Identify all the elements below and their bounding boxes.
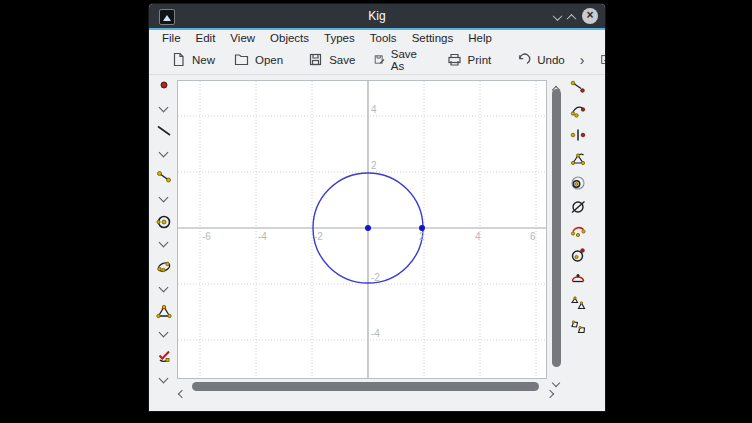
kig-window: Kig × File Edit View Objects Types Tools… (149, 4, 605, 411)
horizontal-scrollbar[interactable] (179, 381, 557, 392)
conic-test-icon (569, 270, 587, 288)
circle-test-icon (569, 246, 587, 264)
menu-types[interactable]: Types (324, 32, 355, 44)
vertical-scrollbar[interactable] (549, 79, 564, 380)
test-icon (155, 348, 173, 366)
grid-lines (178, 81, 546, 378)
menu-help[interactable]: Help (468, 32, 492, 44)
new-document-icon (170, 51, 187, 68)
line-tool-dropdown[interactable] (149, 143, 178, 166)
open-button[interactable]: Open (224, 48, 292, 72)
chevron-down-icon (159, 283, 169, 293)
circle-tool[interactable] (149, 210, 178, 233)
toolbar-overflow-chevron[interactable]: › (574, 52, 591, 68)
undo-arrow-icon (515, 51, 532, 68)
translate-tool[interactable] (565, 75, 591, 99)
minimize-button[interactable] (554, 7, 561, 25)
coordinate-axes (178, 81, 546, 378)
save-button[interactable]: Save (298, 48, 364, 72)
print-button[interactable]: Print (437, 48, 501, 72)
line-tool[interactable] (149, 120, 178, 143)
close-icon: × (586, 8, 593, 22)
printer-icon (446, 51, 463, 68)
point-tool[interactable] (149, 75, 178, 98)
similarity-icon (569, 294, 587, 312)
point-icon (155, 77, 173, 95)
conic-icon (155, 258, 173, 276)
menu-edit[interactable]: Edit (196, 32, 216, 44)
vertical-scrollbar-thumb[interactable] (552, 89, 561, 367)
menu-objects[interactable]: Objects (270, 32, 309, 44)
window-title: Kig (149, 9, 605, 23)
scroll-left-button[interactable] (179, 383, 187, 391)
chevron-down-icon (159, 238, 169, 248)
conic-tool[interactable] (149, 256, 178, 279)
chevron-down-icon (159, 193, 169, 203)
chevron-down-icon (159, 328, 169, 338)
save-as-button[interactable]: Save As (364, 48, 430, 72)
point-tool-dropdown[interactable] (149, 98, 178, 121)
test-tool[interactable] (149, 346, 178, 369)
segment-tool[interactable] (149, 165, 178, 188)
arc-icon (569, 222, 587, 240)
arc-tool[interactable] (565, 219, 591, 243)
titlebar[interactable]: Kig × (149, 4, 605, 28)
rotate-tool[interactable] (565, 99, 591, 123)
inversion-tool[interactable] (565, 171, 591, 195)
horizontal-scrollbar-thumb[interactable] (192, 382, 539, 391)
point-reflection-tool[interactable] (565, 123, 591, 147)
projectivity-tool[interactable] (565, 315, 591, 339)
menu-tools[interactable]: Tools (370, 32, 397, 44)
scale-tool[interactable] (565, 147, 591, 171)
chevron-down-icon (159, 102, 169, 112)
segment-icon (155, 168, 173, 186)
scale-triangle-icon (569, 150, 587, 168)
maximize-button[interactable] (568, 7, 575, 25)
circle-test-tool[interactable] (565, 243, 591, 267)
chevron-down-icon (159, 148, 169, 158)
segment-tool-dropdown[interactable] (149, 188, 178, 211)
chevron-down-icon (553, 11, 563, 21)
rotate-icon (569, 102, 587, 120)
line-icon (155, 122, 173, 140)
projectivity-icon (569, 318, 587, 336)
scroll-down-button[interactable] (553, 372, 561, 380)
translate-icon (569, 78, 587, 96)
canvas-drawing (178, 81, 546, 378)
center-point[interactable] (365, 225, 371, 231)
open-folder-icon (233, 51, 250, 68)
menu-view[interactable]: View (230, 32, 255, 44)
conic-tool-dropdown[interactable] (149, 278, 178, 301)
transformations-toolbar (565, 75, 591, 339)
polygon-tool[interactable] (149, 301, 178, 324)
geometry-canvas[interactable]: -6 -4 -2 2 4 6 4 2 -2 -4 (177, 80, 547, 379)
save-floppy-icon (307, 51, 324, 68)
main-toolbar: New Open Save (149, 45, 605, 75)
screen: Kig × File Edit View Objects Types Tools… (0, 0, 752, 423)
circle-tool-dropdown[interactable] (149, 233, 178, 256)
close-button[interactable]: × (582, 8, 598, 24)
zoom-in-button[interactable]: Zoom In (590, 48, 605, 72)
undo-button[interactable]: Undo (506, 48, 574, 72)
menu-file[interactable]: File (162, 32, 181, 44)
generic-affinity-icon (569, 198, 587, 216)
window-bottom-margin (149, 390, 605, 411)
generic-affinity-tool[interactable] (565, 195, 591, 219)
menubar: File Edit View Objects Types Tools Setti… (149, 30, 605, 45)
menu-settings[interactable]: Settings (412, 32, 454, 44)
chevron-down-icon (159, 373, 169, 383)
circle-icon (155, 213, 173, 231)
similarity-tool[interactable] (565, 291, 591, 315)
new-button[interactable]: New (161, 48, 224, 72)
scroll-right-button[interactable] (547, 383, 555, 391)
point-reflection-icon (569, 126, 587, 144)
polygon-icon (155, 303, 173, 321)
chevron-up-icon (567, 14, 577, 24)
conic-test-tool[interactable] (565, 267, 591, 291)
main-area: -6 -4 -2 2 4 6 4 2 -2 -4 (149, 75, 605, 390)
radius-point[interactable] (419, 225, 425, 231)
scroll-up-button[interactable] (553, 79, 561, 87)
polygon-tool-dropdown[interactable] (149, 323, 178, 346)
test-tool-dropdown[interactable] (149, 368, 178, 391)
save-as-floppy-icon (373, 51, 385, 68)
